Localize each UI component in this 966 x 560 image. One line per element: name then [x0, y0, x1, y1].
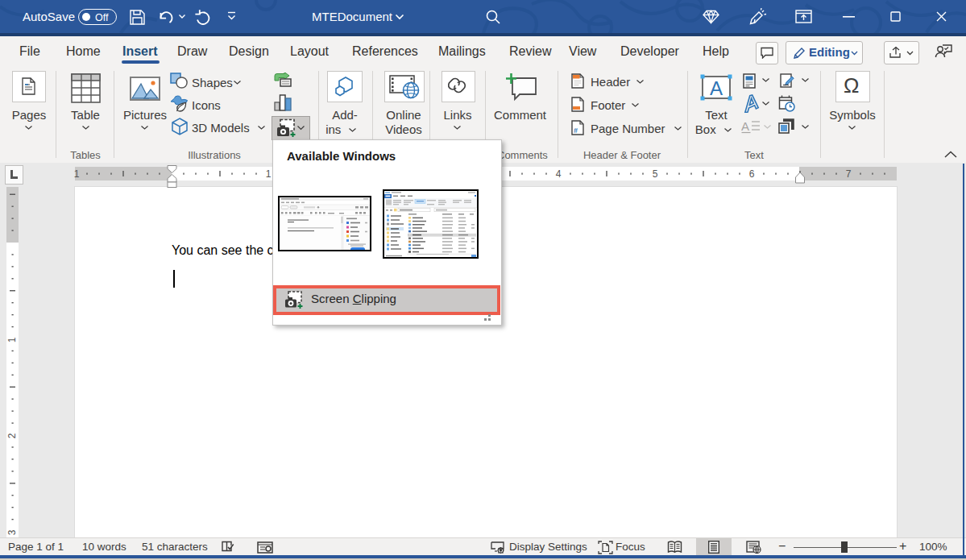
svg-text:1: 1	[266, 168, 272, 180]
svg-text:A: A	[710, 77, 723, 99]
svg-text:1: 1	[6, 337, 18, 342]
svg-text:7: 7	[846, 168, 852, 180]
svg-text:4: 4	[556, 168, 562, 180]
svg-text:#: #	[574, 127, 578, 135]
svg-text:2: 2	[6, 433, 18, 438]
svg-text:6: 6	[749, 168, 755, 180]
svg-text:3: 3	[6, 529, 18, 535]
svg-text:A: A	[741, 119, 749, 133]
svg-text:1: 1	[74, 168, 80, 180]
svg-text:5: 5	[653, 168, 658, 180]
